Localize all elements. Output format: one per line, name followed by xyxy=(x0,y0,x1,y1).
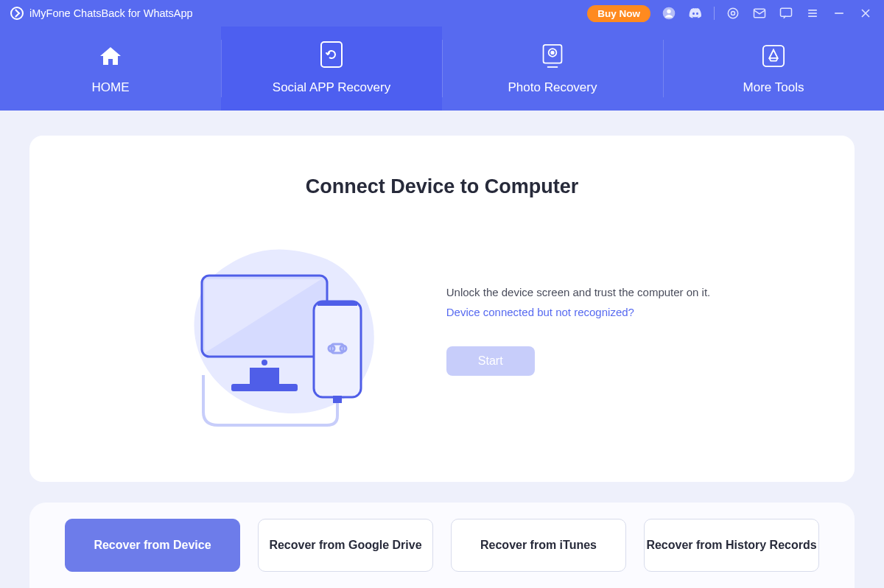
target-icon[interactable] xyxy=(725,5,741,21)
svg-rect-24 xyxy=(318,301,357,306)
top-nav: HOME Social APP Recovery Photo Recovery … xyxy=(0,27,884,111)
nav-label: HOME xyxy=(92,80,130,95)
svg-point-3 xyxy=(732,12,735,15)
svg-rect-22 xyxy=(231,384,298,391)
appstore-icon xyxy=(762,42,785,70)
app-title: iMyFone ChatsBack for WhatsApp xyxy=(29,7,193,19)
tab-recover-from-history-records[interactable]: Recover from History Records xyxy=(644,519,819,572)
recovery-source-tabs: Recover from Device Recover from Google … xyxy=(29,503,855,588)
mail-icon[interactable] xyxy=(751,5,768,21)
nav-home[interactable]: HOME xyxy=(0,27,221,111)
svg-rect-23 xyxy=(314,301,361,397)
svg-point-1 xyxy=(667,10,670,13)
home-icon xyxy=(99,42,122,70)
svg-point-2 xyxy=(728,8,737,18)
svg-rect-28 xyxy=(333,396,342,403)
nav-label: More Tools xyxy=(743,80,804,95)
nav-more-tools[interactable]: More Tools xyxy=(663,27,884,111)
svg-rect-21 xyxy=(250,368,279,384)
title-bar: iMyFone ChatsBack for WhatsApp Buy Now xyxy=(0,0,884,27)
connect-illustration xyxy=(174,228,395,434)
svg-point-20 xyxy=(262,360,267,365)
page-title: Connect Device to Computer xyxy=(306,175,579,198)
menu-icon[interactable] xyxy=(804,5,821,21)
minimize-icon[interactable] xyxy=(831,5,847,21)
svg-point-15 xyxy=(551,52,554,55)
tab-recover-from-itunes[interactable]: Recover from iTunes xyxy=(451,519,626,572)
account-icon[interactable] xyxy=(661,5,677,21)
main-area: Connect Device to Computer xyxy=(0,111,884,588)
separator xyxy=(714,7,715,20)
close-icon[interactable] xyxy=(857,5,874,21)
connect-card: Connect Device to Computer xyxy=(29,136,855,482)
app-logo-icon xyxy=(10,7,24,20)
tab-recover-from-google-drive[interactable]: Recover from Google Drive xyxy=(258,519,433,572)
photo-icon xyxy=(541,42,564,70)
nav-photo-recovery[interactable]: Photo Recovery xyxy=(442,27,663,111)
nav-label: Social APP Recovery xyxy=(273,80,390,95)
tab-recover-from-device[interactable]: Recover from Device xyxy=(65,519,240,572)
svg-rect-12 xyxy=(321,42,342,67)
discord-icon[interactable] xyxy=(687,5,704,21)
instruction-text: Unlock the device screen and trust the c… xyxy=(446,286,711,298)
start-button[interactable]: Start xyxy=(446,346,535,376)
svg-rect-5 xyxy=(781,8,792,16)
buy-now-button[interactable]: Buy Now xyxy=(587,5,650,22)
help-link[interactable]: Device connected but not recognized? xyxy=(446,306,634,318)
nav-social-app-recovery[interactable]: Social APP Recovery xyxy=(221,27,442,111)
nav-label: Photo Recovery xyxy=(508,80,597,95)
refresh-icon xyxy=(320,42,343,70)
feedback-icon[interactable] xyxy=(778,5,794,21)
